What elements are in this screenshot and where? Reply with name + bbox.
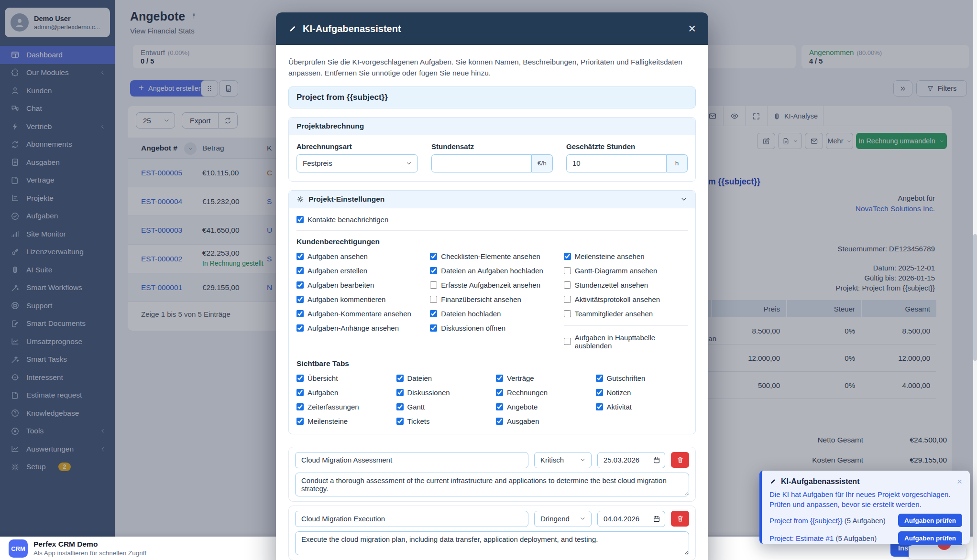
checkbox-diskussionen-öffnen[interactable]: Diskussionen öffnen (430, 324, 554, 332)
checkbox-input[interactable] (496, 375, 503, 382)
checkbox-aufgaben-in-haupttabelle-ausblenden[interactable]: Aufgaben in Haupttabelle ausblenden (564, 334, 688, 350)
checkbox-verträge[interactable]: Verträge (496, 374, 588, 382)
checkbox-checklisten-elemente-ansehen[interactable]: Checklisten-Elemente ansehen (430, 252, 554, 260)
checkbox-meilensteine-ansehen[interactable]: Meilensteine ansehen (564, 252, 688, 260)
checkbox-rechnungen[interactable]: Rechnungen (496, 388, 588, 397)
checkbox-input[interactable] (430, 267, 437, 274)
task-due-date-input[interactable]: 25.03.2026 (597, 452, 665, 468)
checkbox-input[interactable] (430, 310, 437, 317)
checkbox-input[interactable] (564, 296, 571, 303)
checkbox-erfasste-aufgabenzeit-ansehen[interactable]: Erfasste Aufgabenzeit ansehen (430, 281, 554, 289)
tabs-column: VerträgeRechnungenAngeboteAusgaben (496, 374, 588, 425)
checkbox-input[interactable] (564, 338, 571, 345)
toast-project-row: Project from {{subject}} (5 Aufgaben)Auf… (769, 514, 962, 527)
checkbox-tickets[interactable]: Tickets (396, 417, 489, 425)
checkbox-input[interactable] (430, 281, 437, 289)
toast-title: KI-Aufgabenassistent (781, 477, 953, 486)
checkbox-input[interactable] (296, 403, 304, 410)
checkbox-angebote[interactable]: Angebote (496, 403, 588, 411)
checkbox-input[interactable] (430, 296, 437, 303)
checkbox-ausgaben[interactable]: Ausgaben (496, 417, 588, 425)
checkbox-aufgaben-anhänge-ansehen[interactable]: Aufgaben-Anhänge ansehen (296, 324, 420, 332)
close-icon[interactable]: × (688, 22, 696, 35)
toast-project-link[interactable]: Project from {{subject}} (769, 517, 843, 525)
checkbox-gutschriften[interactable]: Gutschriften (596, 374, 688, 382)
task-name-input[interactable] (295, 511, 528, 527)
checkbox-input[interactable] (296, 418, 304, 425)
checkbox-aktivität[interactable]: Aktivität (596, 403, 688, 411)
toast-project-link[interactable]: Project: Estimate #1 (769, 534, 834, 542)
delete-task-button[interactable] (671, 511, 689, 527)
delete-task-button[interactable] (671, 452, 689, 468)
checkbox-input[interactable] (396, 389, 404, 396)
checkbox-input[interactable] (296, 253, 304, 260)
checkbox-input[interactable] (430, 253, 437, 260)
project-name-input[interactable]: Project from {{subject}} (288, 86, 696, 108)
task-due-date-input[interactable]: 04.04.2026 (597, 511, 665, 527)
task-card: Kritisch25.03.2026 (288, 447, 696, 502)
task-priority-select[interactable]: Kritisch (534, 452, 592, 468)
page-scrollbar[interactable] (973, 0, 977, 560)
chevron-down-icon[interactable] (680, 195, 688, 203)
toast-message: Die KI hat Aufgaben für Ihr neues Projek… (769, 489, 962, 509)
checkbox-aufgaben-erstellen[interactable]: Aufgaben erstellen (296, 267, 420, 275)
checkbox-input[interactable] (564, 310, 571, 317)
checkbox-input[interactable] (564, 267, 571, 274)
checkbox-übersicht[interactable]: Übersicht (296, 374, 389, 382)
checkbox-input[interactable] (596, 389, 603, 396)
checkbox-input[interactable] (396, 418, 404, 425)
permissions-column: Aufgaben ansehenAufgaben erstellenAufgab… (296, 252, 420, 350)
checkbox-dateien-an-aufgaben-hochladen[interactable]: Dateien an Aufgaben hochladen (430, 267, 554, 275)
checkbox-input[interactable] (296, 267, 304, 274)
billing-field-geschätzte-stunden: Geschätzte Stunden10h (566, 142, 688, 172)
checkbox-kontakte-benachrichtigen[interactable]: Kontakte benachrichtigen (296, 215, 688, 224)
checkbox-zeiterfassungen[interactable]: Zeiterfassungen (296, 403, 389, 411)
checkbox-aufgaben-bearbeiten[interactable]: Aufgaben bearbeiten (296, 281, 420, 289)
checkbox-input[interactable] (296, 389, 304, 396)
checkbox-aufgaben-kommentare-ansehen[interactable]: Aufgaben-Kommentare ansehen (296, 310, 420, 318)
checkbox-diskussionen[interactable]: Diskussionen (396, 388, 489, 397)
geschätzte-stunden-input[interactable]: 10 (566, 154, 667, 172)
checkbox-input[interactable] (296, 216, 304, 223)
checkbox-input[interactable] (296, 324, 304, 332)
checkbox-aufgaben-kommentieren[interactable]: Aufgaben kommentieren (296, 295, 420, 303)
checkbox-stundenzettel-ansehen[interactable]: Stundenzettel ansehen (564, 281, 688, 289)
checkbox-dateien-hochladen[interactable]: Dateien hochladen (430, 310, 554, 318)
checkbox-finanzübersicht-ansehen[interactable]: Finanzübersicht ansehen (430, 295, 554, 303)
task-description-textarea[interactable] (295, 473, 689, 496)
checkbox-input[interactable] (296, 296, 304, 303)
checkbox-gantt[interactable]: Gantt (396, 403, 489, 411)
review-tasks-button[interactable]: Aufgaben prüfen (898, 531, 962, 545)
checkbox-input[interactable] (496, 403, 503, 410)
project-settings-header[interactable]: Projekt-Einstellungen (289, 191, 695, 208)
checkbox-input[interactable] (496, 418, 503, 425)
checkbox-teammitglieder-ansehen[interactable]: Teammitglieder ansehen (564, 310, 688, 318)
checkbox-notizen[interactable]: Notizen (596, 388, 688, 397)
checkbox-input[interactable] (596, 375, 603, 382)
review-tasks-button[interactable]: Aufgaben prüfen (898, 514, 962, 527)
checkbox-gantt-diagramm-ansehen[interactable]: Gantt-Diagramm ansehen (564, 267, 688, 275)
checkbox-input[interactable] (396, 375, 404, 382)
checkbox-dateien[interactable]: Dateien (396, 374, 489, 382)
checkbox-input[interactable] (496, 389, 503, 396)
stundensatz-input[interactable] (431, 154, 532, 172)
checkbox-input[interactable] (296, 375, 304, 382)
task-name-input[interactable] (295, 452, 528, 468)
checkbox-input[interactable] (430, 324, 437, 332)
checkbox-input[interactable] (296, 310, 304, 317)
checkbox-input[interactable] (564, 253, 571, 260)
checkbox-input[interactable] (596, 403, 603, 410)
checkbox-aufgaben-ansehen[interactable]: Aufgaben ansehen (296, 252, 420, 260)
checkbox-label: Übersicht (307, 374, 338, 382)
task-priority-select[interactable]: Dringend (534, 511, 592, 527)
checkbox-aktivitätsprotokoll-ansehen[interactable]: Aktivitätsprotokoll ansehen (564, 295, 688, 303)
task-description-textarea[interactable] (295, 531, 689, 555)
checkbox-aufgaben[interactable]: Aufgaben (296, 388, 389, 397)
checkbox-input[interactable] (564, 281, 571, 289)
checkbox-meilensteine[interactable]: Meilensteine (296, 417, 389, 425)
scrollbar-thumb[interactable] (973, 234, 977, 361)
billing-type-select[interactable]: Festpreis (296, 154, 418, 172)
close-icon[interactable]: × (957, 477, 962, 486)
checkbox-input[interactable] (296, 281, 304, 289)
checkbox-input[interactable] (396, 403, 404, 410)
